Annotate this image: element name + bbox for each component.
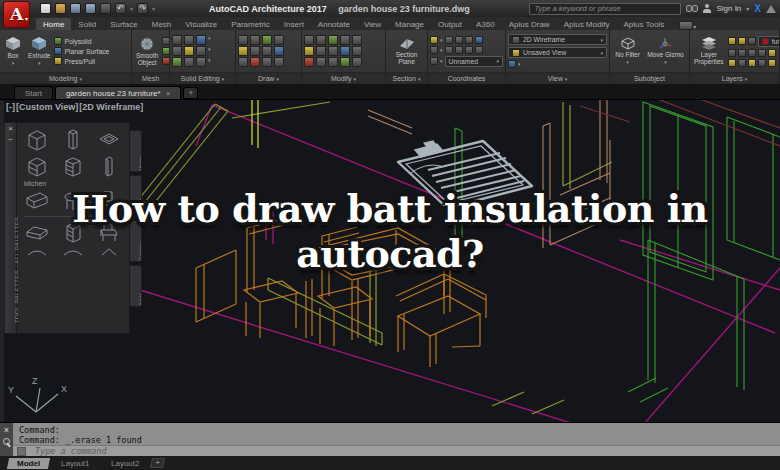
tab-output[interactable]: Output <box>431 18 469 30</box>
layer-lock-icon[interactable] <box>748 37 756 45</box>
layer-tool-icon[interactable] <box>728 59 736 67</box>
viewport-view-menu[interactable]: [Custom View] <box>16 102 78 112</box>
panel-label-layers[interactable]: Layers▾ <box>690 72 779 84</box>
tab-surface[interactable]: Surface <box>103 18 145 30</box>
tab-aplus-tools[interactable]: Aplus Tools <box>616 18 671 30</box>
layer-freeze-icon[interactable] <box>738 37 746 45</box>
layer-tool-icon[interactable] <box>758 49 766 57</box>
plot-icon[interactable] <box>100 3 111 14</box>
viewport-controls-menu[interactable]: [-] <box>6 102 15 112</box>
ellipse-icon[interactable] <box>250 46 260 56</box>
panel-label-mesh[interactable]: Mesh <box>132 72 169 84</box>
rectangle-icon[interactable] <box>238 46 248 56</box>
move-icon[interactable] <box>304 35 314 45</box>
search-input[interactable] <box>529 3 681 15</box>
ucs-previous-icon[interactable] <box>430 46 438 54</box>
align-icon[interactable] <box>352 57 362 67</box>
new-drawing-tab-button[interactable]: + <box>183 87 198 99</box>
layer-tool-icon[interactable] <box>728 49 736 57</box>
command-search-icon[interactable] <box>17 447 26 456</box>
scale-icon[interactable] <box>340 46 350 56</box>
intersect-icon[interactable] <box>196 35 206 45</box>
array-icon[interactable] <box>352 46 362 56</box>
extrude-button[interactable]: Extrude ▾ <box>26 36 52 67</box>
undo-icon[interactable]: ↶ <box>115 3 126 14</box>
explode-icon[interactable] <box>316 46 326 56</box>
solidedit-dropdown-icon[interactable]: ▾ <box>208 46 219 56</box>
tab-solid[interactable]: Solid <box>71 18 103 30</box>
point-icon[interactable] <box>238 57 248 67</box>
qat-dropdown-icon[interactable]: ▾ <box>152 5 155 12</box>
boundary-icon[interactable] <box>274 57 284 67</box>
layer-tool-icon[interactable] <box>748 59 756 67</box>
ucs-z-axis-icon[interactable] <box>465 36 473 44</box>
ucs-icon[interactable] <box>430 36 438 44</box>
ucs-face-icon[interactable] <box>445 46 453 54</box>
break-icon[interactable] <box>340 57 350 67</box>
panel-label-draw[interactable]: Draw▾ <box>236 72 301 84</box>
ucs-named-icon[interactable] <box>430 57 438 65</box>
sign-in-dropdown-icon[interactable]: ▾ <box>746 5 749 12</box>
union-icon[interactable] <box>172 35 182 45</box>
command-recent-dropdown-icon[interactable]: ▾ <box>29 448 32 454</box>
thicken-icon[interactable] <box>196 57 206 67</box>
spline-icon[interactable] <box>274 46 284 56</box>
stretch-icon[interactable] <box>328 46 338 56</box>
interfere-icon[interactable] <box>184 57 194 67</box>
tab-mesh[interactable]: Mesh <box>145 18 179 30</box>
layer-on-icon[interactable] <box>728 37 736 45</box>
viewport-visual-style-menu[interactable]: [2D Wireframe] <box>79 102 143 112</box>
slice-icon[interactable] <box>172 57 182 67</box>
exchange-apps-icon[interactable]: X <box>754 3 761 14</box>
palette-close-icon[interactable]: × <box>8 125 13 133</box>
palette-item-cabinet[interactable] <box>19 126 55 152</box>
region-icon[interactable] <box>250 57 260 67</box>
app-menu-button[interactable]: A ▾ <box>3 1 30 28</box>
no-filter-button[interactable]: No Filter ▾ <box>613 37 642 66</box>
mirror-icon[interactable] <box>352 35 362 45</box>
move-gizmo-dropdown-icon[interactable]: ▾ <box>664 59 667 66</box>
ribbon-display-icon[interactable] <box>679 21 693 30</box>
save-as-icon[interactable] <box>85 3 96 14</box>
ucs-y-icon[interactable] <box>475 46 483 54</box>
tab-visualize[interactable]: Visualize <box>178 18 224 30</box>
tab-home[interactable]: Home <box>36 18 71 30</box>
extrude-dropdown-icon[interactable]: ▾ <box>38 60 41 67</box>
visual-style-select[interactable]: 2D Wireframe▾ <box>508 34 607 45</box>
box-button[interactable]: Box ▾ <box>2 36 24 67</box>
copy-icon[interactable] <box>340 35 350 45</box>
solidedit-dropdown-icon[interactable]: ▾ <box>208 57 219 67</box>
smooth-object-button[interactable]: Smooth Object <box>134 37 160 66</box>
panel-label-view[interactable]: View▾ <box>506 72 609 84</box>
file-tab-drawing[interactable]: garden house 23 furniture* × <box>55 86 181 99</box>
save-icon[interactable] <box>70 3 81 14</box>
palette-item-slim-cabinet[interactable] <box>91 153 127 179</box>
layer-properties-button[interactable]: Layer Properties <box>692 37 726 65</box>
redo-icon[interactable]: ↷ <box>137 3 148 14</box>
ucs-dropdown-icon[interactable]: ▾ <box>440 37 443 43</box>
offset-icon[interactable] <box>316 57 326 67</box>
palette-tab-materials[interactable]: Mater... <box>130 130 142 172</box>
layer-tool-icon[interactable] <box>768 49 776 57</box>
layer-tool-icon[interactable] <box>738 59 746 67</box>
mesh-tool-icon[interactable] <box>162 47 169 55</box>
palette-item-drawer-cabinet[interactable] <box>55 153 91 179</box>
planar-surface-button[interactable]: Planar Surface <box>54 47 109 55</box>
palette-item-base-cabinet[interactable] <box>19 153 55 179</box>
palette-autohide-icon[interactable]: ‒ <box>8 135 12 143</box>
search-icon[interactable] <box>686 5 698 12</box>
ucs-origin-icon[interactable] <box>455 36 463 44</box>
saved-view-select[interactable]: Unsaved View▾ <box>508 47 607 58</box>
ucs-view-icon[interactable] <box>475 36 483 44</box>
erase-icon[interactable] <box>304 57 314 67</box>
tab-aplus-modify[interactable]: Aplus Modify <box>557 18 617 30</box>
join-icon[interactable] <box>328 57 338 67</box>
ucs-named-select[interactable]: Unnamed▾ <box>445 56 503 67</box>
command-window-grip[interactable]: × <box>0 423 13 456</box>
palette-item-sink[interactable] <box>91 126 127 152</box>
panel-label-solid-editing[interactable]: Solid Editing▾ <box>170 72 235 84</box>
ucs-dropdown-icon[interactable]: ▾ <box>440 47 443 53</box>
command-customize-icon[interactable] <box>3 438 11 446</box>
trim-icon[interactable] <box>328 35 338 45</box>
undo-dropdown-icon[interactable]: ▾ <box>130 5 133 12</box>
